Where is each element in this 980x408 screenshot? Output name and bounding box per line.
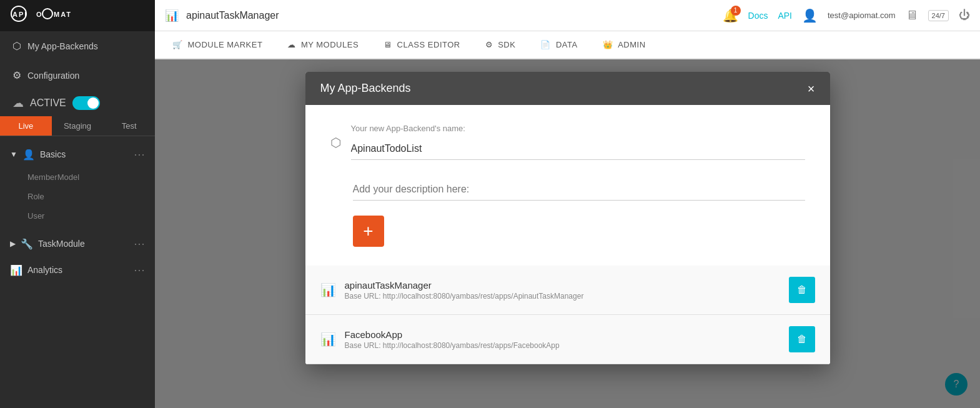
sidebar-item-membermodel[interactable]: MemberModel xyxy=(0,167,155,187)
nav-tabs: 🛒 MODULE MARKET ☁ MY MODULES 🖥 CLASS EDI… xyxy=(155,31,980,59)
phone-support[interactable]: 24/7 xyxy=(928,10,949,21)
delete-button-0[interactable]: 🗑 xyxy=(789,277,815,303)
notification-badge: 1 xyxy=(731,6,741,16)
page-body: cURL Download SDK Swift Download SDK ? xyxy=(155,59,980,408)
topbar: 📊 apinautTaskManager 1 🔔 Docs API 👤 test… xyxy=(155,0,980,31)
env-tabs: Live Staging Test xyxy=(0,116,155,136)
main-content: 📊 apinautTaskManager 1 🔔 Docs API 👤 test… xyxy=(155,0,980,408)
modal: My App-Backends × ⬡ Your new App-Backend… xyxy=(305,72,830,364)
task-module-row[interactable]: ▶ 🔧 TaskModule ⋯ xyxy=(0,231,155,257)
tab-admin[interactable]: 👑 ADMIN xyxy=(590,31,658,59)
logo-text: API O MAT xyxy=(10,5,97,26)
basics-menu-icon[interactable]: ⋯ xyxy=(134,147,145,161)
cube-icon: ⬡ xyxy=(330,124,341,150)
svg-text:MAT: MAT xyxy=(54,11,72,18)
app-name: apinautTaskManager xyxy=(186,10,715,21)
analytics-row[interactable]: 📊 Analytics ⋯ xyxy=(0,257,155,283)
modal-overlay: My App-Backends × ⬡ Your new App-Backend… xyxy=(155,59,980,408)
tab-my-modules[interactable]: ☁ MY MODULES xyxy=(275,31,371,59)
app-backends-icon: ⬡ xyxy=(12,40,21,52)
svg-point-2 xyxy=(42,9,52,19)
basics-section: ▼ 👤 Basics ⋯ MemberModel Role User xyxy=(0,136,155,231)
user-icon: 👤 xyxy=(22,149,35,161)
task-module-menu-icon[interactable]: ⋯ xyxy=(134,237,145,251)
logo: API O MAT xyxy=(0,0,155,31)
cloud-icon: ☁ xyxy=(12,96,24,110)
app-url-0: Base URL: http://localhost:8080/yambas/r… xyxy=(345,292,780,301)
basics-section-header[interactable]: ▼ 👤 Basics ⋯ xyxy=(0,141,155,167)
list-item: 📊 FacebookApp Base URL: http://localhost… xyxy=(305,315,830,364)
active-toggle-row: ☁ ACTIVE xyxy=(0,90,155,116)
sidebar-item-my-app-backends[interactable]: ⬡ My App-Backends xyxy=(0,31,155,61)
app-list-icon-0: 📊 xyxy=(320,282,336,297)
analytics-menu-icon[interactable]: ⋯ xyxy=(134,263,145,277)
app-name-1: FacebookApp xyxy=(345,329,780,340)
tab-module-market[interactable]: 🛒 MODULE MARKET xyxy=(160,31,275,59)
env-tab-staging[interactable]: Staging xyxy=(52,116,104,136)
docs-link[interactable]: Docs xyxy=(748,11,768,21)
env-tab-test[interactable]: Test xyxy=(103,116,155,136)
add-button[interactable]: + xyxy=(353,216,384,247)
tab-class-editor[interactable]: 🖥 CLASS EDITOR xyxy=(371,31,473,59)
trash-icon-1: 🗑 xyxy=(797,334,807,345)
sidebar: API O MAT ⬡ My App-Backends ⚙ Configurat… xyxy=(0,0,155,408)
sidebar-item-role[interactable]: Role xyxy=(0,187,155,206)
analytics-label: Analytics xyxy=(27,265,62,275)
sidebar-item-user[interactable]: User xyxy=(0,206,155,226)
svg-text:O: O xyxy=(36,11,43,18)
app-info-0: apinautTaskManager Base URL: http://loca… xyxy=(345,280,780,301)
power-icon[interactable]: ⏻ xyxy=(959,9,970,22)
name-field: Your new App-Backend's name: xyxy=(351,124,805,160)
app-list-icon-1: 📊 xyxy=(320,332,336,347)
modal-form: ⬡ Your new App-Backend's name: + xyxy=(305,105,830,266)
basics-label: Basics xyxy=(40,149,66,159)
toggle-knob xyxy=(87,97,99,109)
trash-icon-0: 🗑 xyxy=(797,284,807,296)
modal-close-button[interactable]: × xyxy=(808,82,815,95)
active-toggle[interactable] xyxy=(72,96,100,110)
modal-app-list: 📊 apinautTaskManager Base URL: http://lo… xyxy=(305,266,830,364)
description-input[interactable] xyxy=(353,179,805,201)
data-icon: 📄 xyxy=(540,40,551,49)
sidebar-item-label: My App-Backends xyxy=(27,41,98,51)
user-icon: 👤 xyxy=(802,8,818,23)
module-market-icon: 🛒 xyxy=(172,40,183,49)
wrench-icon: 🔧 xyxy=(21,238,33,250)
app-icon: 📊 xyxy=(165,9,179,22)
env-tab-live[interactable]: Live xyxy=(0,116,52,136)
sidebar-item-label: Configuration xyxy=(27,71,79,81)
name-label: Your new App-Backend's name: xyxy=(351,124,805,133)
configuration-icon: ⚙ xyxy=(12,69,21,81)
screen-icon[interactable]: 🖥 xyxy=(906,8,918,22)
analytics-icon: 📊 xyxy=(10,264,22,276)
active-label: ACTIVE xyxy=(30,97,66,109)
app-name-0: apinautTaskManager xyxy=(345,280,780,291)
modal-title: My App-Backends xyxy=(320,82,411,95)
my-modules-icon: ☁ xyxy=(287,40,296,49)
tab-sdk[interactable]: ⚙ SDK xyxy=(473,31,528,59)
task-module-label: TaskModule xyxy=(38,239,85,249)
topbar-actions: 1 🔔 Docs API 👤 test@apiomat.com 🖥 24/7 ⏻ xyxy=(723,8,970,23)
name-form-row: ⬡ Your new App-Backend's name: xyxy=(330,124,805,160)
sdk-icon: ⚙ xyxy=(485,40,493,49)
user-email: test@apiomat.com xyxy=(828,11,896,20)
delete-button-1[interactable]: 🗑 xyxy=(789,326,815,352)
admin-icon: 👑 xyxy=(603,40,613,49)
chevron-right-icon: ▶ xyxy=(10,239,16,248)
class-editor-icon: 🖥 xyxy=(384,40,392,49)
sidebar-item-configuration[interactable]: ⚙ Configuration xyxy=(0,61,155,90)
modal-header: My App-Backends × xyxy=(305,72,830,105)
tab-data[interactable]: 📄 DATA xyxy=(528,31,590,59)
chevron-down-icon: ▼ xyxy=(10,150,17,159)
api-link[interactable]: API xyxy=(778,11,792,21)
notification-wrapper: 1 🔔 xyxy=(723,8,738,23)
app-url-1: Base URL: http://localhost:8080/yambas/r… xyxy=(345,341,780,350)
app-info-1: FacebookApp Base URL: http://localhost:8… xyxy=(345,329,780,350)
description-row xyxy=(330,179,805,201)
svg-text:API: API xyxy=(12,11,27,18)
app-name-input[interactable] xyxy=(351,138,805,160)
list-item: 📊 apinautTaskManager Base URL: http://lo… xyxy=(305,266,830,315)
